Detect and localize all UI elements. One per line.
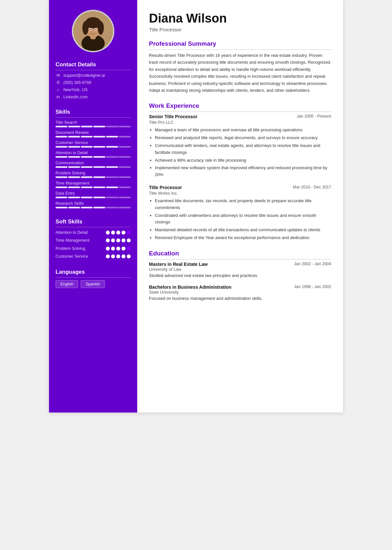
language-tags: EnglishSpanish xyxy=(56,280,131,288)
skill-bar-segment xyxy=(93,176,105,178)
job-date: Jan 2005 - Present xyxy=(297,114,331,119)
soft-skill-dot xyxy=(116,254,120,258)
skill-bar xyxy=(56,136,131,138)
experience-section: Work Experience Senior Title ProcessorJa… xyxy=(149,102,331,241)
skill-bar-segment xyxy=(93,126,105,127)
languages-title: Languages xyxy=(56,269,131,278)
skill-name: Time Management xyxy=(56,181,131,186)
skills-list: Title SearchDocument ReviewCustomer Serv… xyxy=(56,120,131,208)
soft-skill-dot xyxy=(122,254,125,258)
avatar xyxy=(72,10,114,52)
skill-bar-segment xyxy=(81,156,93,158)
skill-bar-segment xyxy=(56,146,67,148)
soft-skills-title: Soft Skills xyxy=(56,218,131,227)
skill-bar xyxy=(56,207,131,208)
education-item: Masters in Real Estate LawJan 2002 - Jan… xyxy=(149,262,331,279)
education-date: Jan 1998 - Jan 2002 xyxy=(294,284,331,289)
candidate-title: Title Processor xyxy=(149,27,331,32)
education-header: Bachelors in Business AdministrationJan … xyxy=(149,284,331,290)
skill-bar-segment xyxy=(93,197,105,198)
skill-bar-segment xyxy=(106,156,118,158)
soft-skill-name: Attention to Detail xyxy=(56,230,88,235)
skill-bar xyxy=(56,126,131,127)
soft-skill-dot xyxy=(116,247,120,251)
skill-bar-segment xyxy=(119,156,131,158)
soft-skill-dot xyxy=(111,254,115,258)
skill-bar-segment xyxy=(68,146,80,148)
job-date: Mar 2010 - Dec 2017 xyxy=(293,185,331,189)
skill-bar xyxy=(56,186,131,188)
skill-item: Data Entry xyxy=(56,191,131,198)
job-bullets: Examined title documents, tax records, a… xyxy=(149,198,331,241)
skill-bar-segment xyxy=(93,166,105,168)
skill-bar-segment xyxy=(119,136,131,138)
job-bullet: Reviewed and analyzed title reports, leg… xyxy=(155,135,331,141)
job-bullet: Achieved a 98% accuracy rate in title pr… xyxy=(155,157,331,164)
soft-skill-name: Time Management xyxy=(56,238,90,243)
job-bullets: Managed a team of title processors and o… xyxy=(149,127,331,178)
svg-point-9 xyxy=(90,29,91,30)
education-date: Jan 2002 - Jan 2004 xyxy=(294,262,331,266)
soft-skill-dots xyxy=(106,231,131,235)
job-bullet: Communicated with lenders, real estate a… xyxy=(155,142,331,156)
education-degree: Masters in Real Estate Law xyxy=(149,262,208,267)
skills-title: Skills xyxy=(56,109,131,118)
svg-point-5 xyxy=(82,21,89,35)
job-bullet: Examined title documents, tax records, a… xyxy=(155,198,331,211)
sidebar: Contact Details ✉ support@cvdesigner.ai … xyxy=(49,0,137,412)
linkedin-icon: in xyxy=(56,94,61,99)
resume-container: Contact Details ✉ support@cvdesigner.ai … xyxy=(49,0,343,412)
soft-skill-dot xyxy=(122,231,125,235)
contact-section: Contact Details ✉ support@cvdesigner.ai … xyxy=(56,61,131,102)
skill-bar xyxy=(56,146,131,148)
skill-bar-segment xyxy=(56,166,67,168)
soft-skill-name: Problem Solving xyxy=(56,246,85,251)
skill-bar-segment xyxy=(56,197,67,198)
skill-item: Customer Service xyxy=(56,140,131,148)
skill-bar-segment xyxy=(81,126,93,127)
skill-name: Attention to Detail xyxy=(56,151,131,155)
soft-skill-item: Customer Service xyxy=(56,254,131,259)
skill-bar-segment xyxy=(106,176,118,178)
soft-skill-item: Problem Solving xyxy=(56,246,131,251)
job-title: Senior Title Processor xyxy=(149,114,197,119)
skill-bar xyxy=(56,197,131,198)
education-title: Education xyxy=(149,250,331,260)
skill-bar-segment xyxy=(106,197,118,198)
summary-title: Professional Summary xyxy=(149,40,331,50)
skill-bar-segment xyxy=(81,146,93,148)
candidate-name: Diana Wilson xyxy=(149,12,331,25)
skill-bar-segment xyxy=(119,186,131,188)
skill-bar-segment xyxy=(68,207,80,208)
svg-point-6 xyxy=(98,21,104,35)
skill-bar-segment xyxy=(68,186,80,188)
main-content: Diana Wilson Title Processor Professiona… xyxy=(137,0,343,412)
skill-bar-segment xyxy=(68,166,80,168)
skill-bar-segment xyxy=(119,197,131,198)
skill-bar-segment xyxy=(56,176,67,178)
skill-bar-segment xyxy=(68,176,80,178)
skill-bar-segment xyxy=(68,126,80,127)
skill-bar-segment xyxy=(93,136,105,138)
skill-bar-segment xyxy=(56,126,67,127)
soft-skill-dots xyxy=(106,254,131,258)
contact-phone: ✆ (555) 345-6789 xyxy=(56,80,131,85)
job-bullet: Managed a team of title processors and o… xyxy=(155,127,331,134)
soft-skills-list: Attention to DetailTime ManagementProble… xyxy=(56,230,131,259)
location-icon: ⌂ xyxy=(56,87,61,92)
skill-bar xyxy=(56,166,131,168)
education-list: Masters in Real Estate LawJan 2002 - Jan… xyxy=(149,262,331,302)
soft-skill-dot xyxy=(106,247,110,251)
soft-skills-section: Soft Skills Attention to DetailTime Mana… xyxy=(56,218,131,262)
skill-name: Problem Solving xyxy=(56,171,131,175)
soft-skill-dot xyxy=(116,238,120,242)
skill-bar-segment xyxy=(81,186,93,188)
job-company: Title Pro LLC xyxy=(149,120,331,125)
skill-bar-segment xyxy=(81,166,93,168)
soft-skill-dots xyxy=(106,247,131,251)
skill-bar-segment xyxy=(119,126,131,127)
skill-bar-segment xyxy=(119,166,131,168)
skill-bar-segment xyxy=(93,156,105,158)
education-item: Bachelors in Business AdministrationJan … xyxy=(149,284,331,302)
email-icon: ✉ xyxy=(56,73,61,78)
